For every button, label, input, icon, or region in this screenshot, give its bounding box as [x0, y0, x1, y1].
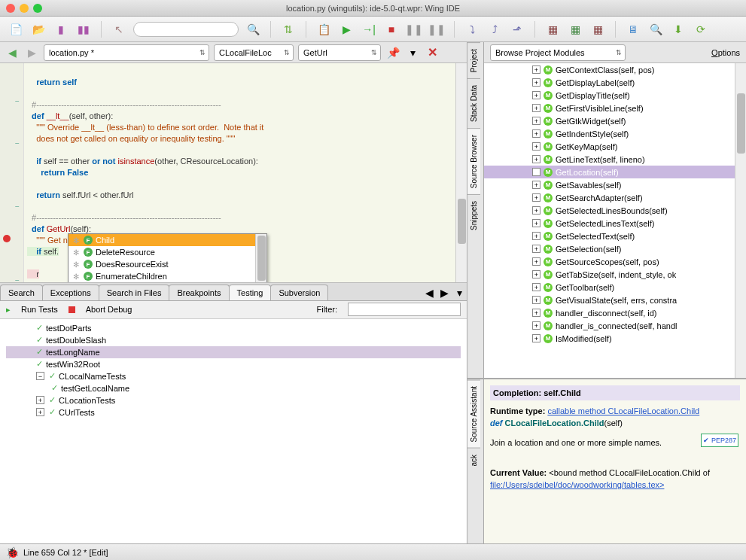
vertical-tab[interactable]: Source Assistant [467, 379, 480, 448]
tree-method-item[interactable]: +MGetSelectedLinesBounds(self) [484, 204, 746, 217]
sa-runtime-type-link[interactable]: callable method CLocalFileLocation.Child [547, 406, 699, 415]
tab-right-icon[interactable]: ▶ [437, 285, 452, 300]
code-editor[interactable]: − − − − return self #-------------------… [0, 63, 467, 283]
expand-icon[interactable]: + [36, 408, 44, 416]
expand-icon[interactable]: + [532, 65, 540, 74]
test-item[interactable]: ✓testLongName [6, 346, 461, 358]
minimize-window-button[interactable] [20, 4, 29, 13]
tree-method-item[interactable]: +MGetLineText(self, lineno) [484, 153, 746, 166]
test-item[interactable]: −✓CLocalNameTests [6, 370, 461, 382]
expand-icon[interactable]: + [532, 206, 540, 215]
tree-scrollbar[interactable] [735, 63, 746, 378]
expand-icon[interactable]: + [532, 219, 540, 227]
find-icon[interactable]: 🔍 [647, 21, 664, 38]
autocomplete-scrollbar[interactable] [257, 236, 266, 281]
vertical-tab[interactable]: ack [467, 448, 480, 473]
vertical-tab[interactable]: Snippets [467, 194, 480, 236]
expand-icon[interactable]: + [532, 270, 540, 278]
step-out-icon[interactable]: ⤴ [486, 21, 503, 38]
bottom-tab[interactable]: Testing [229, 285, 272, 300]
refresh-icon[interactable]: ⟳ [693, 21, 709, 38]
bottom-tab[interactable]: Breakpoints [169, 285, 229, 300]
expand-icon[interactable]: − [36, 372, 44, 380]
tree-method-item[interactable]: +MGetSelection(self) [484, 242, 746, 255]
expand-icon[interactable]: + [532, 91, 540, 99]
tree-method-item[interactable]: +MGetLocation(self) [484, 166, 746, 178]
abort-debug-button[interactable]: Abort Debug [86, 305, 132, 314]
vertical-tab[interactable]: Stack Data [467, 78, 480, 128]
breakpoint-marker[interactable] [3, 235, 11, 242]
open-file-icon[interactable]: 📂 [30, 21, 47, 38]
monitor-icon[interactable]: 🖥 [625, 21, 641, 38]
bp2-icon[interactable]: ▦ [567, 21, 583, 38]
down-icon[interactable]: ⬇ [670, 21, 687, 38]
tree-method-item[interactable]: +MGetKeyMap(self) [484, 140, 746, 153]
expand-icon[interactable]: + [532, 129, 540, 138]
step-return-icon[interactable]: ⬏ [509, 21, 525, 38]
autocomplete-item[interactable]: ✻FChild [69, 234, 266, 246]
tree-method-item[interactable]: +MGetSavables(self) [484, 178, 746, 191]
func-selector[interactable]: GetUrl [298, 44, 381, 61]
bottom-tab[interactable]: Subversion [270, 285, 328, 300]
step-over-icon[interactable]: ⤵ [464, 21, 480, 38]
close-window-button[interactable] [6, 4, 15, 13]
expand-icon[interactable]: + [532, 283, 540, 291]
tree-method-item[interactable]: +Mhandler_is_connected(self, handl [484, 319, 746, 332]
tree-method-item[interactable]: +MGetContextClass(self, pos) [484, 63, 746, 76]
tree-method-item[interactable]: +MGetFirstVisibleLine(self) [484, 102, 746, 114]
pause-icon[interactable]: ❚❚ [406, 21, 422, 38]
expand-icon[interactable]: + [532, 142, 540, 151]
autocomplete-popup[interactable]: ✻FChild✻FDeleteResource✻FDoesResourceExi… [68, 233, 267, 283]
search-icon[interactable]: 🔍 [245, 21, 261, 38]
test-item[interactable]: ✓testGetLocalName [6, 382, 461, 394]
vertical-tab[interactable]: Project [467, 42, 480, 78]
run-icon[interactable]: ▶ [338, 21, 355, 38]
source-browser-tree[interactable]: +MGetContextClass(self, pos)+MGetDisplay… [484, 63, 746, 378]
autocomplete-item[interactable]: ✻FEnumerateChildren [69, 270, 266, 282]
stop-icon[interactable]: ■ [383, 21, 400, 38]
test-item[interactable]: ✓testDoubleSlash [6, 334, 461, 346]
menu-icon[interactable]: ▾ [405, 45, 420, 60]
expand-icon[interactable]: + [532, 117, 540, 125]
search-input[interactable] [133, 22, 239, 37]
tree-method-item[interactable]: +MGetSelectedText(self) [484, 230, 746, 242]
tree-method-item[interactable]: +MIsModified(self) [484, 332, 746, 345]
file-selector[interactable]: location.py * [44, 44, 209, 61]
bp3-icon[interactable]: ▦ [589, 21, 606, 38]
expand-icon[interactable]: + [532, 78, 540, 87]
tree-method-item[interactable]: +MGetDisplayLabel(self) [484, 76, 746, 89]
test-item[interactable]: +✓CUrlTests [6, 406, 461, 418]
expand-icon[interactable]: + [532, 155, 540, 163]
tree-method-item[interactable]: +Mhandler_disconnect(self, id) [484, 306, 746, 319]
nav-fwd-icon[interactable]: ▶ [24, 45, 39, 60]
expand-icon[interactable]: + [532, 193, 540, 202]
tree-method-item[interactable]: +MGetToolbar(self) [484, 281, 746, 294]
bottom-tab[interactable]: Exceptions [42, 285, 99, 300]
expand-icon[interactable]: + [36, 396, 44, 404]
browse-mode-selector[interactable]: Browse Project Modules [490, 44, 626, 61]
nav-back-icon[interactable]: ◀ [5, 45, 20, 60]
tree-method-item[interactable]: +MGetVisualState(self, errs, constra [484, 294, 746, 306]
expand-icon[interactable]: + [532, 296, 540, 304]
run-tests-button[interactable]: Run Tests [21, 305, 58, 314]
step-into-icon[interactable]: →| [361, 21, 377, 38]
expand-icon[interactable]: + [532, 181, 540, 189]
goto-icon[interactable]: 📋 [315, 21, 332, 38]
fold-marker[interactable]: − [14, 203, 21, 211]
tab-left-icon[interactable]: ◀ [422, 285, 437, 300]
autocomplete-item[interactable]: ✻FDoesResourceExist [69, 258, 266, 270]
replace-icon[interactable]: ⇅ [280, 21, 297, 38]
expand-icon[interactable]: + [532, 104, 540, 112]
fold-marker[interactable]: − [14, 98, 21, 105]
tree-method-item[interactable]: +MGetSearchAdapter(self) [484, 191, 746, 204]
expand-icon[interactable]: + [532, 232, 540, 240]
tree-method-item[interactable]: +MGetTabSize(self, indent_style, ok [484, 268, 746, 281]
class-selector[interactable]: CLocalFileLoc [214, 44, 294, 61]
fold-marker[interactable]: − [14, 140, 21, 148]
save-icon[interactable]: ▮ [53, 21, 69, 38]
test-item[interactable]: ✓testWin32Root [6, 358, 461, 370]
tree-method-item[interactable]: +MGetSourceScopes(self, pos) [484, 255, 746, 268]
expand-icon[interactable]: + [532, 257, 540, 266]
close-file-icon[interactable]: ✕ [425, 45, 440, 60]
tree-method-item[interactable]: +MGetSelectedLinesText(self) [484, 217, 746, 230]
